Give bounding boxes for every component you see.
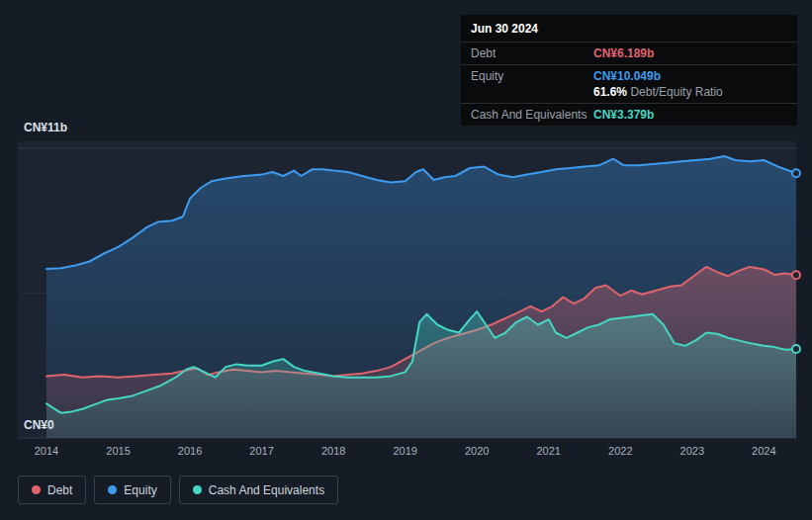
- svg-text:2024: 2024: [752, 445, 775, 457]
- tooltip-row-debt: Debt CN¥6.189b: [461, 43, 797, 65]
- tooltip-cash-value: CN¥3.379b: [593, 108, 654, 122]
- tooltip-debt-label: Debt: [471, 46, 593, 60]
- svg-text:2016: 2016: [178, 445, 202, 457]
- svg-text:2022: 2022: [608, 445, 632, 457]
- equity-color-dot: [108, 485, 117, 494]
- svg-text:2014: 2014: [35, 445, 58, 457]
- tooltip-equity-value: CN¥10.049b: [593, 69, 661, 83]
- y-axis-label-min: CN¥0: [24, 418, 54, 432]
- legend-label-debt: Debt: [47, 483, 72, 497]
- legend-item-equity[interactable]: Equity: [94, 476, 170, 504]
- legend-item-debt[interactable]: Debt: [18, 476, 86, 504]
- tooltip-cash-label: Cash And Equivalents: [471, 108, 593, 122]
- y-axis-label-max: CN¥11b: [24, 121, 67, 134]
- tooltip-equity-label: Equity: [471, 69, 593, 83]
- debt-equity-ratio: 61.6% Debt/Equity Ratio: [593, 85, 723, 99]
- chart-legend: Debt Equity Cash And Equivalents: [18, 476, 338, 504]
- legend-label-equity: Equity: [124, 483, 156, 497]
- svg-text:2020: 2020: [465, 445, 489, 457]
- debt-equity-history-chart: 2014201520162017201820192020202120222023…: [0, 0, 812, 520]
- svg-text:2018: 2018: [321, 445, 345, 457]
- svg-text:2021: 2021: [537, 445, 561, 457]
- cash-color-dot: [193, 485, 202, 494]
- tooltip-debt-value: CN¥6.189b: [593, 46, 654, 60]
- tooltip-row-cash: Cash And Equivalents CN¥3.379b: [461, 104, 797, 126]
- legend-item-cash[interactable]: Cash And Equivalents: [179, 476, 338, 504]
- svg-text:2015: 2015: [106, 445, 130, 457]
- debt-color-dot: [32, 485, 41, 494]
- svg-text:2017: 2017: [249, 445, 273, 457]
- svg-text:2019: 2019: [393, 445, 416, 457]
- tooltip-date: Jun 30 2024: [461, 15, 797, 43]
- svg-text:2023: 2023: [680, 445, 704, 457]
- tooltip-row-equity: Equity CN¥10.049b 61.6% Debt/Equity Rati…: [461, 65, 797, 104]
- legend-label-cash: Cash And Equivalents: [209, 483, 324, 497]
- chart-tooltip: Jun 30 2024 Debt CN¥6.189b Equity CN¥10.…: [461, 15, 797, 126]
